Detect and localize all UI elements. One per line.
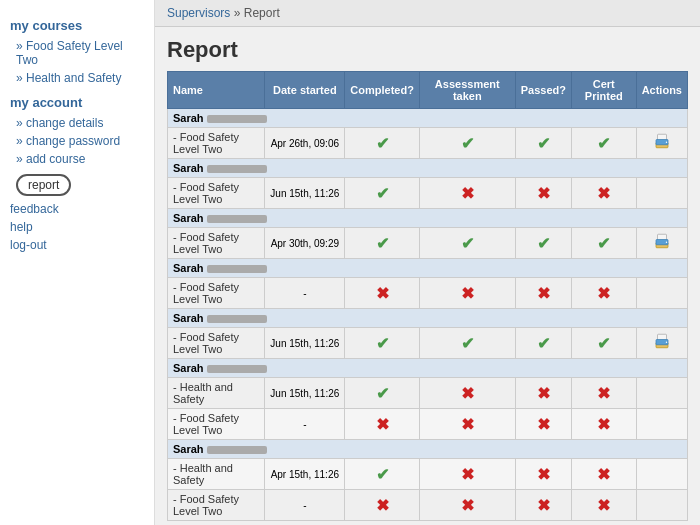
cell-cert: ✔ [571, 328, 636, 359]
sidebar-item-food-safety[interactable]: Food Safety Level Two [0, 37, 154, 69]
check-icon: ✔ [376, 335, 389, 352]
cell-completed: ✔ [345, 328, 420, 359]
cell-passed: ✖ [515, 490, 571, 521]
name-cell: Sarah [168, 359, 688, 378]
cross-icon: ✖ [376, 285, 389, 302]
cell-course: - Food Safety Level Two [168, 178, 265, 209]
sidebar-change-details[interactable]: change details [0, 114, 154, 132]
cell-action [636, 278, 687, 309]
breadcrumb-supervisors[interactable]: Supervisors [167, 6, 230, 20]
name-cell: Sarah [168, 159, 688, 178]
cross-icon: ✖ [537, 285, 550, 302]
cross-icon: ✖ [537, 185, 550, 202]
name-blurred [207, 265, 267, 273]
sidebar: my courses Food Safety Level Two Health … [0, 0, 155, 525]
cell-passed: ✖ [515, 459, 571, 490]
cell-action [636, 459, 687, 490]
main-content: Supervisors » Report Report Name Date st… [155, 0, 700, 525]
check-icon: ✔ [376, 235, 389, 252]
cell-date: - [265, 278, 345, 309]
cell-passed: ✖ [515, 178, 571, 209]
cell-completed: ✔ [345, 128, 420, 159]
cross-icon: ✖ [461, 285, 474, 302]
cross-icon: ✖ [597, 285, 610, 302]
cell-cert: ✔ [571, 128, 636, 159]
cell-date: - [265, 490, 345, 521]
person-name: Sarah [173, 312, 204, 324]
cell-action [636, 178, 687, 209]
report-table: Name Date started Completed? Assessment … [167, 71, 688, 521]
check-icon: ✔ [461, 235, 474, 252]
person-name: Sarah [173, 443, 204, 455]
check-icon: ✔ [461, 135, 474, 152]
cell-assessment: ✖ [419, 378, 515, 409]
cell-completed: ✔ [345, 378, 420, 409]
check-icon: ✔ [376, 135, 389, 152]
cell-passed: ✖ [515, 278, 571, 309]
sidebar-logout[interactable]: log-out [0, 236, 154, 254]
sidebar-change-password[interactable]: change password [0, 132, 154, 150]
cell-completed: ✖ [345, 278, 420, 309]
sidebar-item-health-safety[interactable]: Health and Safety [0, 69, 154, 87]
check-icon: ✔ [597, 235, 610, 252]
cross-icon: ✖ [537, 466, 550, 483]
cell-action[interactable] [636, 228, 687, 259]
col-assessment: Assessment taken [419, 72, 515, 109]
cell-action[interactable] [636, 128, 687, 159]
cell-action [636, 490, 687, 521]
col-passed: Passed? [515, 72, 571, 109]
print-icon[interactable] [652, 136, 672, 153]
cross-icon: ✖ [376, 497, 389, 514]
cross-icon: ✖ [461, 185, 474, 202]
col-name: Name [168, 72, 265, 109]
cell-completed: ✖ [345, 490, 420, 521]
sidebar-report[interactable]: report [16, 174, 71, 196]
cell-date: Jun 15th, 11:26 [265, 378, 345, 409]
cell-assessment: ✔ [419, 128, 515, 159]
cell-date: Apr 30th, 09:29 [265, 228, 345, 259]
table-row: - Food Safety Level TwoJun 15th, 11:26✔✖… [168, 178, 688, 209]
cell-passed: ✖ [515, 378, 571, 409]
check-icon: ✔ [376, 385, 389, 402]
cell-passed: ✔ [515, 328, 571, 359]
cell-cert: ✖ [571, 459, 636, 490]
cell-cert: ✔ [571, 228, 636, 259]
sidebar-add-course[interactable]: add course [0, 150, 154, 168]
table-row: - Food Safety Level TwoApr 26th, 09:06✔✔… [168, 128, 688, 159]
breadcrumb: Supervisors » Report [155, 0, 700, 27]
print-icon[interactable] [652, 336, 672, 353]
col-completed: Completed? [345, 72, 420, 109]
check-icon: ✔ [376, 466, 389, 483]
name-cell: Sarah [168, 109, 688, 128]
my-courses-heading: my courses [0, 10, 154, 37]
cross-icon: ✖ [461, 497, 474, 514]
cross-icon: ✖ [597, 466, 610, 483]
cross-icon: ✖ [376, 416, 389, 433]
cell-cert: ✖ [571, 178, 636, 209]
name-cell: Sarah [168, 209, 688, 228]
cell-action[interactable] [636, 328, 687, 359]
cell-assessment: ✖ [419, 409, 515, 440]
cell-assessment: ✖ [419, 490, 515, 521]
cell-passed: ✔ [515, 228, 571, 259]
page-title: Report [155, 27, 700, 71]
table-row: - Food Safety Level Two-✖✖✖✖ [168, 409, 688, 440]
name-blurred [207, 215, 267, 223]
person-name: Sarah [173, 112, 204, 124]
cell-assessment: ✔ [419, 328, 515, 359]
col-cert: Cert Printed [571, 72, 636, 109]
check-icon: ✔ [461, 335, 474, 352]
sidebar-help[interactable]: help [0, 218, 154, 236]
cell-date: Apr 26th, 09:06 [265, 128, 345, 159]
cell-course: - Food Safety Level Two [168, 409, 265, 440]
name-blurred [207, 365, 267, 373]
breadcrumb-current: Report [244, 6, 280, 20]
person-name: Sarah [173, 262, 204, 274]
cell-date: Jun 15th, 11:26 [265, 178, 345, 209]
sidebar-feedback[interactable]: feedback [0, 200, 154, 218]
table-row: Sarah [168, 109, 688, 128]
cell-assessment: ✔ [419, 228, 515, 259]
cell-course: - Food Safety Level Two [168, 278, 265, 309]
cell-cert: ✖ [571, 490, 636, 521]
print-icon[interactable] [652, 236, 672, 253]
